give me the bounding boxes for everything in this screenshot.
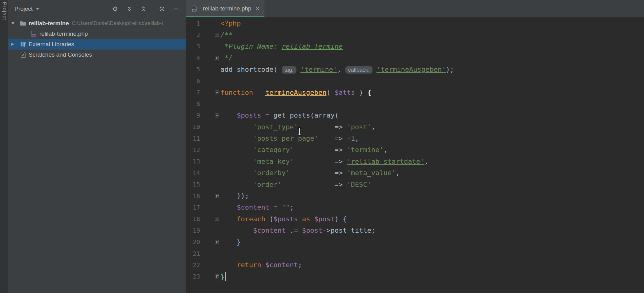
line-number[interactable]: 22: [186, 261, 200, 269]
editor-tab-relilab-termine[interactable]: php relilab-termine.php ×: [186, 0, 264, 17]
tree-item-external-libraries[interactable]: External Libraries: [8, 39, 186, 50]
code-text[interactable]: <?php: [220, 19, 644, 27]
line-number[interactable]: 13: [186, 158, 200, 165]
folder-icon: [20, 20, 26, 26]
line-number[interactable]: 3: [186, 42, 200, 50]
fold-gutter: [200, 86, 220, 98]
fold-gutter: [200, 236, 220, 247]
tab-close-icon[interactable]: ×: [256, 5, 260, 12]
code-line-4: 4 */: [186, 52, 644, 63]
code-text[interactable]: 'posts_per_page' => -1,: [220, 134, 644, 142]
tree-item-label: relilab-termine: [29, 20, 69, 27]
fold-gutter: [200, 98, 220, 110]
code-text[interactable]: $content .= $post->post_title;: [220, 227, 644, 234]
line-number[interactable]: 15: [186, 181, 200, 188]
line-number[interactable]: 7: [186, 89, 200, 96]
fold-end-icon[interactable]: [215, 56, 219, 60]
line-number[interactable]: 20: [186, 238, 200, 246]
code-text[interactable]: }: [220, 238, 644, 246]
tree-item-label: Scratches and Consoles: [29, 51, 92, 58]
code-text[interactable]: 'category' => 'termine',: [220, 146, 644, 154]
code-text[interactable]: return $content;: [220, 261, 644, 269]
fold-end-icon[interactable]: [215, 275, 219, 279]
line-number[interactable]: 8: [186, 100, 200, 107]
line-number[interactable]: 1: [186, 20, 200, 27]
tree-item-project-root[interactable]: relilab-termineC:\Users\Daniel\Desktop\r…: [8, 18, 186, 29]
tree-item-php-file[interactable]: phprelilab-termine.php: [8, 29, 186, 39]
tree-item-label: External Libraries: [29, 41, 74, 48]
fold-gutter: [200, 52, 220, 63]
code-text[interactable]: ));: [220, 192, 644, 200]
code-text[interactable]: }: [220, 272, 644, 281]
code-text[interactable]: 'meta_key' => 'relilab_startdate',: [220, 158, 644, 165]
chevron-right-icon[interactable]: [11, 43, 14, 46]
code-line-1: 1<?php: [186, 18, 644, 29]
code-text[interactable]: 'post_type' => 'post',: [220, 123, 644, 131]
line-number[interactable]: 23: [186, 273, 200, 280]
code-line-16: 16 ));: [186, 190, 644, 202]
panel-toolbar: [112, 6, 179, 12]
line-number[interactable]: 14: [186, 169, 200, 177]
line-number[interactable]: 5: [186, 66, 200, 73]
project-tree: relilab-termineC:\Users\Daniel\Desktop\r…: [8, 18, 186, 60]
libraries-icon: [20, 41, 26, 47]
chevron-down-icon[interactable]: [11, 22, 14, 25]
code-text[interactable]: $content = "";: [220, 203, 644, 211]
hide-icon[interactable]: [173, 6, 179, 12]
expand-all-icon[interactable]: [126, 6, 133, 12]
code-text[interactable]: */: [220, 54, 644, 62]
code-line-17: 17 $content = "";: [186, 202, 644, 213]
line-number[interactable]: 18: [186, 215, 200, 223]
code-line-12: 12 'category' => 'termine',: [186, 144, 644, 155]
chevron-down-icon: [36, 8, 39, 10]
line-number[interactable]: 11: [186, 135, 200, 142]
code-line-18: 18 foreach ($posts as $post) {: [186, 213, 644, 225]
scratches-icon: [20, 52, 26, 58]
fold-gutter: [200, 167, 220, 179]
fold-gutter: [200, 133, 220, 144]
code-text[interactable]: *Plugin Name: relilab Termine: [220, 42, 644, 50]
collapse-all-icon[interactable]: [140, 6, 147, 12]
line-number[interactable]: 4: [186, 54, 200, 62]
settings-icon[interactable]: [159, 6, 165, 12]
line-number[interactable]: 12: [186, 146, 200, 154]
code-text[interactable]: 'orderby' => 'meta_value',: [220, 169, 644, 177]
code-line-5: 5add_shortcode( tag: 'termine', callback…: [186, 64, 644, 75]
fold-gutter: [200, 190, 220, 202]
code-line-3: 3 *Plugin Name: relilab Termine: [186, 41, 644, 52]
line-number[interactable]: 21: [186, 250, 200, 257]
code-editor[interactable]: 1<?php2/**3 *Plugin Name: relilab Termin…: [186, 18, 644, 293]
line-number[interactable]: 16: [186, 192, 200, 200]
fold-start-icon[interactable]: [215, 90, 219, 94]
svg-text:php: php: [32, 34, 36, 36]
project-panel: Project relilab-termineC:\Users\Daniel\D…: [8, 0, 186, 293]
code-text[interactable]: $posts = get_posts(array(: [220, 111, 644, 119]
fold-gutter: [200, 64, 220, 75]
tool-window-stripe: Project: [0, 0, 8, 293]
fold-gutter: [200, 248, 220, 259]
svg-text:php: php: [192, 8, 196, 11]
code-line-21: 21: [186, 248, 644, 259]
line-number[interactable]: 10: [186, 123, 200, 130]
line-number[interactable]: 17: [186, 204, 200, 211]
code-text[interactable]: 'order' => 'DESC': [220, 181, 644, 188]
code-text[interactable]: add_shortcode( tag: 'termine', callback:…: [220, 66, 644, 73]
line-number[interactable]: 6: [186, 77, 200, 85]
fold-gutter: [200, 156, 220, 167]
line-number[interactable]: 19: [186, 227, 200, 234]
tree-item-scratches-and-consoles[interactable]: Scratches and Consoles: [8, 50, 186, 60]
fold-gutter: [200, 121, 220, 133]
php-file-icon: php: [191, 6, 197, 12]
code-text[interactable]: function termineAusgeben( $atts ) {: [220, 89, 644, 96]
line-number[interactable]: 2: [186, 31, 200, 38]
code-text[interactable]: /**: [220, 31, 644, 39]
code-text[interactable]: foreach ($posts as $post) {: [220, 215, 644, 223]
fold-start-icon[interactable]: [215, 33, 219, 37]
fold-gutter: [200, 213, 220, 225]
code-line-2: 2/**: [186, 29, 644, 40]
project-view-selector[interactable]: Project: [14, 6, 39, 12]
select-opened-file-icon[interactable]: [112, 6, 119, 12]
code-line-19: 19 $content .= $post->post_title;: [186, 225, 644, 236]
tool-window-stripe-project-button[interactable]: Project: [1, 2, 7, 20]
line-number[interactable]: 9: [186, 112, 200, 119]
